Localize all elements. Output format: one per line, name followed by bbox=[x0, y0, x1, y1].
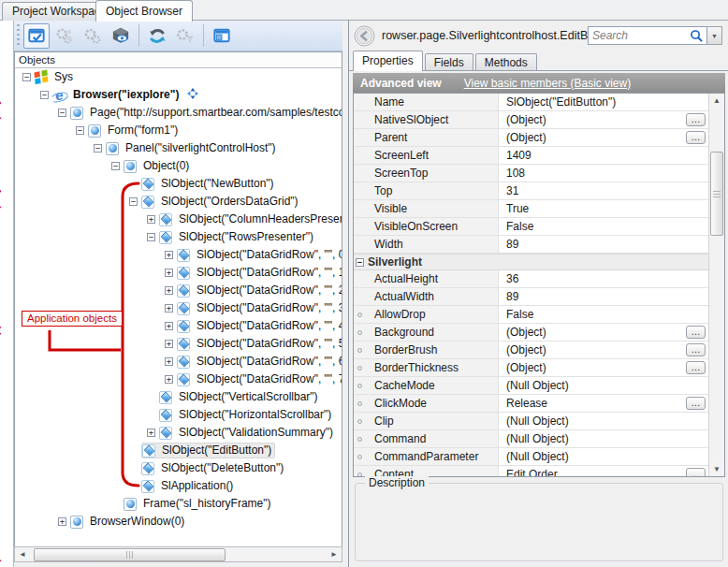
object-spy-button[interactable] bbox=[108, 23, 134, 49]
property-value[interactable]: 1409 bbox=[499, 149, 708, 162]
tree-expander[interactable]: + bbox=[165, 251, 173, 259]
property-row[interactable]: BorderBrush (Object) … bbox=[354, 342, 708, 359]
tree-expander[interactable]: − bbox=[129, 197, 138, 206]
tree-row[interactable]: + SlObject("DataGridRow", "", 4) bbox=[15, 317, 342, 335]
tree-row[interactable]: + SlObject("DataGridRow", "", 3) bbox=[15, 299, 342, 317]
tab-properties[interactable]: Properties bbox=[353, 51, 423, 71]
tree-expander[interactable]: + bbox=[165, 322, 173, 330]
tree-row[interactable]: SlObject("DeleteButton") bbox=[15, 459, 342, 477]
tree-expander[interactable]: + bbox=[147, 215, 155, 224]
property-row[interactable]: BorderThickness (Object) … bbox=[354, 359, 708, 377]
tree-row[interactable]: + SlObject("ColumnHeadersPresente bbox=[15, 211, 342, 228]
refresh-button[interactable] bbox=[144, 23, 170, 49]
property-value[interactable]: (Null Object) bbox=[499, 379, 708, 392]
tree-expander[interactable]: + bbox=[165, 304, 173, 313]
property-value[interactable]: (Object) bbox=[499, 343, 708, 356]
tab-object-browser[interactable]: Object Browser bbox=[95, 0, 193, 22]
property-value[interactable]: (Object) bbox=[499, 326, 708, 339]
grid-vertical-scrollbar[interactable]: ▲ ▼ bbox=[708, 94, 724, 476]
tree-expander[interactable]: + bbox=[165, 375, 173, 384]
scroll-right-icon[interactable]: ► bbox=[327, 547, 342, 561]
property-row[interactable]: ScreenTop 108 bbox=[354, 165, 708, 182]
tree-expander[interactable]: + bbox=[165, 269, 173, 277]
property-row[interactable]: AllowDrop False bbox=[354, 306, 708, 324]
tree-expander[interactable]: − bbox=[94, 144, 102, 153]
property-value[interactable]: 89 bbox=[499, 290, 708, 303]
property-value[interactable]: 89 bbox=[499, 238, 708, 251]
tree-row[interactable]: SlObject("VerticalScrollbar") bbox=[15, 388, 342, 406]
property-value[interactable]: (Object) bbox=[499, 131, 708, 144]
property-row[interactable]: Name SlObject("EditButton") bbox=[354, 94, 708, 111]
tree-row[interactable]: SlObject("EditButton") bbox=[15, 442, 342, 459]
tree-row[interactable]: − Object(0) bbox=[15, 157, 342, 175]
property-value[interactable]: 36 bbox=[499, 272, 708, 285]
tree-expander[interactable]: + bbox=[165, 357, 173, 366]
scroll-down-icon[interactable]: ▼ bbox=[709, 462, 724, 476]
toolbar-grip[interactable] bbox=[17, 24, 20, 47]
tree-row[interactable]: − Form("form1") bbox=[15, 122, 342, 139]
ellipsis-button[interactable]: … bbox=[686, 343, 706, 356]
tree-row[interactable]: SlApplication() bbox=[15, 477, 342, 495]
search-dropdown-button[interactable]: ▼ bbox=[707, 26, 722, 45]
basic-view-link[interactable]: View basic members (Basic view) bbox=[464, 77, 632, 90]
ellipsis-button[interactable]: … bbox=[686, 131, 706, 144]
property-value[interactable]: Edit Order bbox=[499, 468, 708, 476]
property-row[interactable]: ActualHeight 36 bbox=[354, 270, 708, 288]
property-value[interactable]: (Object) bbox=[499, 361, 708, 374]
property-value[interactable]: Release bbox=[499, 397, 708, 410]
tree-expander[interactable]: + bbox=[165, 286, 173, 295]
tree-row[interactable]: − SlObject("RowsPresenter") bbox=[15, 228, 342, 246]
property-row[interactable]: Background (Object) … bbox=[354, 324, 708, 342]
property-value[interactable]: (Null Object) bbox=[499, 432, 708, 445]
search-input[interactable] bbox=[589, 28, 690, 43]
property-value[interactable]: 31 bbox=[499, 184, 708, 197]
tree-row[interactable]: − Panel("silverlightControlHost") bbox=[15, 139, 342, 157]
tree-row[interactable]: + SlObject("DataGridRow", "", 1) bbox=[15, 264, 342, 282]
tree-row[interactable]: + SlObject("DataGridRow", "", 7) bbox=[15, 371, 342, 388]
property-row[interactable]: Content Edit Order … bbox=[354, 466, 708, 476]
property-value[interactable]: False bbox=[499, 308, 708, 321]
ellipsis-button[interactable]: … bbox=[686, 326, 706, 339]
tree-row[interactable]: − e Browser("iexplore") bbox=[15, 86, 342, 104]
property-value[interactable]: True bbox=[499, 202, 708, 215]
scrollbar-thumb[interactable] bbox=[34, 548, 226, 561]
tree-row[interactable]: Frame("sl_historyFrame") bbox=[15, 495, 342, 513]
tree-row[interactable]: SlObject("NewButton") bbox=[15, 175, 342, 193]
property-row[interactable]: CacheMode (Null Object) bbox=[354, 377, 708, 395]
property-value[interactable]: 108 bbox=[499, 167, 708, 180]
tree-row[interactable]: − SlObject("OrdersDataGrid") bbox=[15, 193, 342, 211]
tree-expander[interactable]: + bbox=[58, 517, 66, 526]
scrollbar-thumb[interactable] bbox=[710, 152, 723, 236]
property-row[interactable]: Parent (Object) … bbox=[354, 129, 708, 147]
tree-row[interactable]: + BrowserWindow(0) bbox=[15, 513, 342, 531]
property-row[interactable]: Clip (Null Object) bbox=[354, 413, 708, 430]
tab-fields[interactable]: Fields bbox=[425, 53, 473, 71]
ellipsis-button[interactable]: … bbox=[686, 468, 706, 476]
tree-horizontal-scrollbar[interactable]: ◄ ► bbox=[14, 546, 342, 562]
back-button[interactable] bbox=[354, 25, 375, 47]
property-row[interactable]: Command (Null Object) bbox=[354, 430, 708, 448]
tree-expander[interactable]: − bbox=[40, 91, 49, 99]
tree-expander[interactable]: − bbox=[111, 162, 120, 170]
property-value[interactable]: (Null Object) bbox=[499, 414, 708, 428]
property-value[interactable]: (Null Object) bbox=[499, 450, 708, 463]
tree-row[interactable]: + SlObject("DataGridRow", "", 0) bbox=[15, 246, 342, 264]
tree-row[interactable]: + SlObject("DataGridRow", "", 5) bbox=[15, 335, 342, 353]
property-value[interactable]: (Object) bbox=[499, 113, 708, 126]
tree-row[interactable]: + SlObject("ValidationSummary") bbox=[15, 424, 342, 442]
tree-expander[interactable]: − bbox=[147, 233, 155, 241]
tree-expander[interactable]: − bbox=[22, 73, 31, 81]
tree-row[interactable]: + SlObject("DataGridRow", "", 2) bbox=[15, 282, 342, 299]
property-row[interactable]: CommandParameter (Null Object) bbox=[354, 448, 708, 466]
property-row[interactable]: NativeSlObject (Object) … bbox=[354, 111, 708, 129]
section-collapse-icon[interactable]: − bbox=[356, 258, 364, 267]
ellipsis-button[interactable]: … bbox=[686, 113, 706, 126]
show-panel-button[interactable] bbox=[209, 23, 235, 49]
property-row[interactable]: Width 89 bbox=[354, 236, 708, 254]
scroll-left-icon[interactable]: ◄ bbox=[15, 547, 30, 561]
property-row[interactable]: ClickMode Release … bbox=[354, 395, 708, 413]
property-row[interactable]: ScreenLeft 1409 bbox=[354, 147, 708, 165]
property-section-header[interactable]: −Silverlight bbox=[354, 254, 708, 270]
tree-row[interactable]: − Sys bbox=[15, 68, 342, 86]
tree-expander[interactable]: − bbox=[76, 126, 84, 135]
